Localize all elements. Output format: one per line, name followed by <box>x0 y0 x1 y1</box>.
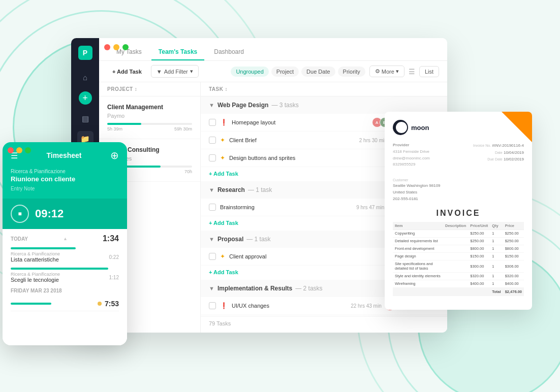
task-count: — 1 task <box>246 236 270 243</box>
tab-bar: My Tasks Team's Tasks Dashboard <box>99 38 447 61</box>
ts-stop-button[interactable]: ■ <box>11 205 29 223</box>
project-client: Paymo <box>107 113 192 119</box>
ts-maximize-icon[interactable] <box>25 147 31 153</box>
close-icon[interactable] <box>104 44 110 50</box>
table-row: Front-end development$800.001$800.00 <box>393 245 524 252</box>
ts-item-category: Ricerca & Pianificazione <box>11 272 106 277</box>
task-name[interactable]: Client Brief <box>229 137 355 143</box>
task-name[interactable]: Brainstorming <box>220 204 352 210</box>
tasks-footer: 79 Tasks <box>201 316 447 331</box>
total-label: Total <box>490 287 503 296</box>
ts-time-display: 09:12 <box>35 207 64 220</box>
priority-medium-icon: ✦ <box>220 154 225 161</box>
task-count: — 1 task <box>248 186 272 193</box>
invoice-title: INVOICE <box>393 209 524 218</box>
ts-item-duration: 0:22 <box>109 254 119 260</box>
table-header-row: Item Description Price/Unit Qty Price <box>393 222 524 230</box>
pill-ungrouped[interactable]: Ungrouped <box>231 67 268 77</box>
ts-entry: Ricerca & Pianificazione Riunione con cl… <box>3 169 127 199</box>
col-qty: Qty <box>490 222 503 230</box>
ts-friday-time: 7:53 <box>105 300 119 308</box>
task-group-header: ▼ Web Page Design — 3 tasks <box>201 96 447 114</box>
filter-icon: ▼ <box>157 69 162 75</box>
task-checkbox[interactable] <box>209 137 216 144</box>
task-time: 2 hrs 30 min <box>359 138 387 143</box>
list-item: Ricerca & Pianificazione Scegli le tecno… <box>11 268 119 283</box>
task-checkbox[interactable] <box>209 253 216 260</box>
ts-category: Ricerca & Pianificazione <box>11 169 119 174</box>
sort-icon: ↕ <box>135 86 138 92</box>
ts-item-duration: 1:12 <box>109 275 119 280</box>
project-name: Client Management <box>107 104 192 111</box>
add-task-button[interactable]: + Add Task <box>107 66 147 77</box>
invoice-logo: moon <box>393 120 524 135</box>
list-item: Ricerca & Pianificazione Lista caratteri… <box>11 247 119 263</box>
table-row: Page design$150.001$150.00 <box>393 252 524 260</box>
chevron-down-icon: ▼ <box>209 102 214 108</box>
progress-fill <box>107 123 141 125</box>
status-dot <box>98 302 102 306</box>
moon-logo <box>393 120 408 135</box>
minimize-icon[interactable] <box>113 44 119 50</box>
progress-bar <box>107 123 192 125</box>
task-name[interactable]: Homepage layout <box>232 119 368 125</box>
progress-labels: 5h 39m 59h 30m <box>107 126 192 132</box>
invoice-customer: Customer Seattle Washington 98109 United… <box>393 177 524 203</box>
task-checkbox[interactable] <box>209 119 216 126</box>
filter-pills: Ungrouped Project Due Date Priority <box>231 67 365 77</box>
pill-project[interactable]: Project <box>271 67 299 77</box>
timesheet-window: ☰ Timesheet ⊕ Ricerca & Pianificazione R… <box>3 142 127 345</box>
priority-urgent-icon: ❗ <box>220 302 228 309</box>
ts-add-button[interactable]: ⊕ <box>110 149 119 161</box>
tab-dashboard[interactable]: Dashboard <box>207 44 251 60</box>
task-name[interactable]: Client approval <box>229 253 387 259</box>
project-column-header: PROJECT ↕ <box>99 82 200 96</box>
ts-item-bar <box>11 247 76 249</box>
ts-today-total: 1:34 <box>103 234 119 243</box>
filter-dropdown-icon: ▾ <box>190 68 193 75</box>
priority-medium-icon: ✦ <box>220 137 225 144</box>
ts-minimize-icon[interactable] <box>16 147 22 153</box>
list-button[interactable]: List <box>419 66 439 77</box>
ts-friday-right: 7:53 <box>98 300 119 308</box>
col-price: Price <box>503 222 524 230</box>
list-item: 7:53 <box>11 297 119 311</box>
ts-item-info: Ricerca & Pianificazione Scegli le tecno… <box>11 272 119 283</box>
ts-close-icon[interactable] <box>8 147 14 153</box>
ts-title: Timesheet <box>47 151 82 159</box>
sidebar-icon-pages[interactable]: ▤ <box>77 111 94 127</box>
col-price-unit: Price/Unit <box>468 222 490 230</box>
col-item: Item <box>393 222 443 230</box>
ts-note-label: Entry Note <box>11 186 119 191</box>
table-row: Copywriting$250.001$250.00 <box>393 230 524 237</box>
pill-due-date[interactable]: Due Date <box>301 67 335 77</box>
ts-today-label: TODAY ▲ 1:34 <box>11 234 119 243</box>
toolbar: + Add Task ▼ Add Filter ▾ Ungrouped Proj… <box>99 61 447 82</box>
app-logo: P <box>78 46 92 60</box>
tab-teams-tasks[interactable]: Team's Tasks <box>151 44 204 60</box>
project-item-client-mgmt: Client Management Paymo 5h 39m 59h 30m <box>99 96 200 139</box>
task-checkbox[interactable] <box>209 204 216 211</box>
invoice-table: Item Description Price/Unit Qty Price Co… <box>393 222 524 296</box>
maximize-icon[interactable] <box>122 44 129 50</box>
chevron-down-icon: ▼ <box>209 236 214 242</box>
add-filter-button[interactable]: ▼ Add Filter ▾ <box>151 65 199 78</box>
invoice-provider: Provider 4318 Fernside Drive drew@moonin… <box>393 142 430 168</box>
more-button[interactable]: ⚙ More ▾ <box>369 66 405 77</box>
sidebar-add-button[interactable]: + <box>79 91 92 105</box>
task-checkbox[interactable] <box>209 154 216 161</box>
task-checkbox[interactable] <box>209 302 216 309</box>
ts-window-controls <box>8 147 31 153</box>
sidebar-icon-home[interactable]: ⌂ <box>77 69 94 85</box>
priority-urgent-icon: ❗ <box>220 119 228 126</box>
task-time: 9 hrs 47 min <box>356 205 384 210</box>
pill-priority[interactable]: Priority <box>338 67 365 77</box>
ts-task-name: Riunione con cliente <box>11 175 119 183</box>
task-time: 22 hrs 43 min <box>351 303 382 309</box>
task-name[interactable]: Design buttons and sprites <box>229 155 383 161</box>
ts-friday-divider: FRIDAY MAR 23 2018 <box>11 288 119 293</box>
task-name[interactable]: UI/UX changes <box>232 303 347 309</box>
sort-icon: ↕ <box>225 86 228 92</box>
table-row: Wireframing$400.001$400.00 <box>393 280 524 287</box>
task-count: — 2 tasks <box>295 285 322 292</box>
